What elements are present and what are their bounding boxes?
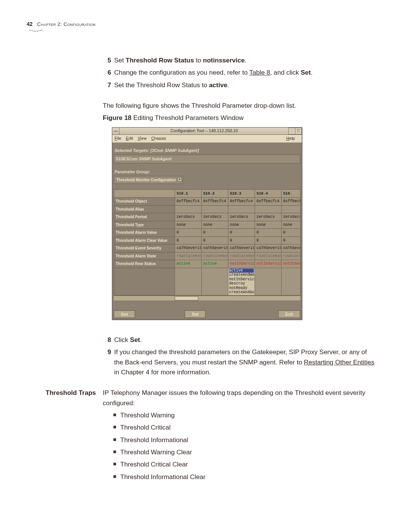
maximize-icon[interactable]: □ (295, 128, 302, 134)
table-cell[interactable]: rowStateNone (175, 252, 202, 260)
dropdown-option[interactable]: createAndWa (229, 273, 254, 277)
table-cell[interactable]: notInSer (282, 260, 301, 268)
list-item: Threshold Critical (113, 423, 377, 433)
get-button[interactable]: Get (114, 310, 135, 318)
table-cell[interactable]: 0 (228, 236, 255, 244)
table-cell[interactable]: zeroSecs (282, 213, 301, 221)
table-row: Threshold Alarm Value00000 (114, 229, 301, 237)
menu-file[interactable]: File (115, 135, 121, 142)
table-cell[interactable] (228, 205, 255, 213)
table-cell[interactable] (175, 205, 202, 213)
table-cell[interactable]: 0 (282, 236, 301, 244)
minimize-icon[interactable]: · (288, 128, 295, 134)
table-cell[interactable]: 0 (175, 229, 202, 237)
table-cell[interactable]: active (202, 260, 228, 268)
row-label: Threshold Alarm Clear Value (114, 236, 175, 244)
step-item: 5Set Threshold Row Status to notinsservi… (103, 56, 377, 66)
table-cell[interactable]: 0xffbecfc4 (175, 198, 202, 206)
table-cell[interactable]: 0 (202, 236, 228, 244)
table-cell[interactable]: rowStateNone (228, 252, 255, 260)
table-cell[interactable]: rowStateNone (255, 252, 282, 260)
table-cell[interactable]: active (175, 260, 202, 268)
svg-point-1 (31, 30, 32, 31)
table-cell[interactable]: rowStateNone (202, 252, 228, 260)
svg-point-3 (34, 31, 35, 32)
table-cell[interactable]: none (255, 221, 282, 229)
table-cell[interactable]: caThSeverity (255, 244, 282, 252)
dropdown-option[interactable]: active (229, 268, 254, 273)
table-row: Threshold Event SeveritycaThSeveritycaTh… (114, 244, 301, 252)
threshold-traps-intro: IP Telephony Manager issues the followin… (103, 388, 377, 408)
row-label: Threshold Alias (114, 205, 175, 213)
row-status-dropdown[interactable]: activecreateAndWanotInServicedestroynotR… (228, 268, 255, 295)
table-cell[interactable] (282, 205, 301, 213)
dropdown-option[interactable]: destroy (229, 281, 254, 286)
column-header: S10.3 (228, 190, 255, 198)
step-item: 8Click Set. (103, 335, 377, 345)
table-cell[interactable] (255, 205, 282, 213)
table-cell[interactable]: 0 (202, 229, 228, 237)
table-cell[interactable]: 0 (175, 236, 202, 244)
window-title: Configuration Tool – 149.112.250.10 (119, 128, 289, 134)
menu-chassis[interactable]: Chassis (151, 135, 166, 142)
row-label: Threshold Alarm Value (114, 229, 175, 237)
dropdown-option[interactable]: notReady (229, 286, 254, 291)
selected-targets-label: Selected Targets: [3Com SNMP SubAgent] (115, 147, 300, 154)
table-cell[interactable]: caThSeverity (175, 244, 202, 252)
table-cell[interactable] (202, 205, 228, 213)
dropdown-option[interactable]: createAndGo (229, 290, 254, 295)
table-cell[interactable]: 0 (228, 229, 255, 237)
table-cell[interactable]: 0 (255, 236, 282, 244)
list-item: Threshold Warning Clear (113, 447, 377, 457)
table-cell[interactable]: 0xffbecfc4 (255, 198, 282, 206)
table-cell[interactable]: none (175, 221, 202, 229)
table-row: Threshold PeriodzeroSecszeroSecszeroSecs… (114, 213, 301, 221)
table-cell[interactable]: 0xffbecfc4 (228, 198, 255, 206)
table-row: Threshold Alarm Clear Value00000 (114, 236, 301, 244)
dropdown-option[interactable]: notInService (229, 277, 254, 282)
table-cell[interactable]: 0xffbecf (282, 198, 301, 206)
row-label: Threshold Type (114, 221, 175, 229)
table-cell[interactable]: zeroSecs (255, 213, 282, 221)
column-header: S10.2 (202, 190, 228, 198)
svg-point-6 (38, 30, 39, 31)
svg-point-4 (35, 31, 36, 32)
window-menu-icon[interactable]: — (112, 128, 119, 134)
table-cell[interactable]: zeroSecs (202, 213, 228, 221)
set-button[interactable]: Set (185, 310, 206, 318)
step-item: 7Set the Threshold Row Status to active. (103, 80, 377, 90)
table-cell[interactable]: 0xffbecfc4 (202, 198, 228, 206)
menu-help[interactable]: Help (286, 135, 295, 142)
table-cell[interactable]: zeroSecs (175, 213, 202, 221)
table-cell[interactable]: caThSeverity (202, 244, 228, 252)
parameter-group-dropdown[interactable]: Threshold Monitor Configuration ▾ (114, 176, 183, 184)
row-label: Threshold Event Severity (114, 244, 175, 252)
configuration-tool-window: — Configuration Tool – 149.112.250.10 · … (112, 127, 302, 320)
table-cell[interactable]: 0 (255, 229, 282, 237)
menu-view[interactable]: View (138, 135, 147, 142)
row-label: Threshold Period (114, 213, 175, 221)
table-cell[interactable]: notInService (228, 260, 255, 268)
subagent-box[interactable]: S10E3Com SNMP SubAgent (114, 155, 300, 163)
intro-para: The following figure shows the Threshold… (103, 101, 377, 111)
table-cell[interactable]: zeroSecs (228, 213, 255, 221)
menu-edit[interactable]: Edit (126, 135, 133, 142)
table-cell[interactable]: notInService (255, 260, 282, 268)
table-cell[interactable]: caThSeve (282, 244, 301, 252)
table-cell[interactable]: none (282, 221, 301, 229)
table-cell[interactable]: none (202, 221, 228, 229)
table-row: Threshold Typenonenonenonenonenone (114, 221, 301, 229)
table-cell[interactable]: rowState (282, 252, 301, 260)
exit-button[interactable]: Exit (278, 310, 300, 318)
column-header: S10.4 (255, 190, 282, 198)
chevron-down-icon[interactable]: ▾ (177, 177, 182, 182)
svg-point-2 (32, 30, 33, 31)
table-cell[interactable]: caThSeverity (228, 244, 255, 252)
horizontal-scrollbar[interactable] (114, 296, 300, 300)
row-label: Threshold Object (114, 198, 175, 206)
list-item: Threshold Critical Clear (113, 460, 377, 470)
table-cell[interactable]: 0 (282, 229, 301, 237)
table-cell[interactable]: none (228, 221, 255, 229)
column-header: S10.1 (175, 190, 202, 198)
threshold-table: S10.1S10.2S10.3S10.4S10. Threshold Objec… (114, 189, 301, 296)
